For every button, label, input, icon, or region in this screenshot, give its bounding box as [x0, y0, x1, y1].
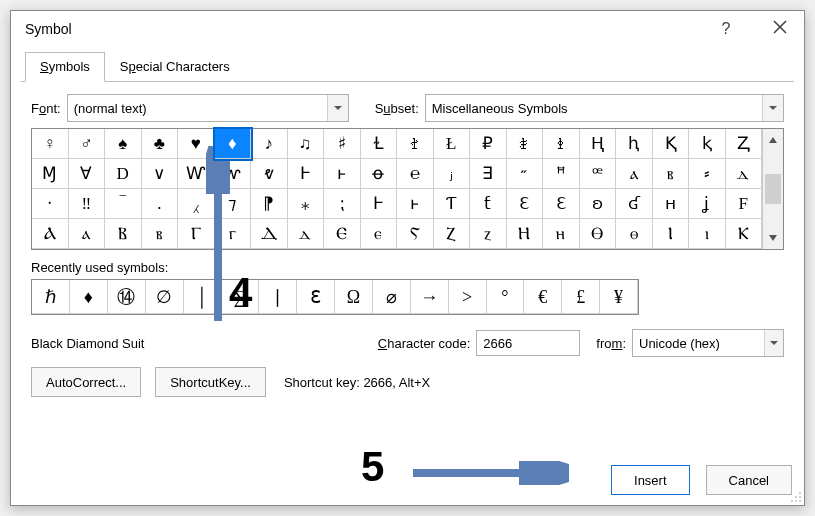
symbol-cell[interactable]: ƭ [470, 189, 507, 219]
symbol-cell[interactable]: ℮ [397, 159, 434, 189]
symbol-cell[interactable]: ⱨ [616, 129, 653, 159]
symbol-cell[interactable]: Ⲅ [178, 219, 215, 249]
symbol-cell[interactable]: ⸗ [689, 159, 726, 189]
symbol-cell[interactable]: ⲉ [361, 219, 398, 249]
recent-symbol-cell[interactable]: ° [487, 280, 525, 314]
symbol-cell[interactable]: ♪ [251, 129, 288, 159]
symbol-cell[interactable]: ⱳ [215, 159, 252, 189]
symbol-cell[interactable]: ⲁ [616, 159, 653, 189]
symbol-cell[interactable]: ʛ [616, 189, 653, 219]
symbol-cell[interactable]: ⲅ [215, 219, 252, 249]
symbol-cell[interactable]: ⲏ [543, 219, 580, 249]
recent-symbol-cell[interactable]: ⑭ [108, 280, 146, 314]
chevron-down-icon[interactable] [762, 95, 783, 121]
symbol-cell[interactable]: ♀ [32, 129, 69, 159]
help-button[interactable]: ? [710, 15, 742, 43]
symbol-cell[interactable]: ⁊ [215, 189, 252, 219]
symbol-cell[interactable]: Ⲍ [434, 219, 471, 249]
symbol-cell[interactable]: ⱶ [397, 189, 434, 219]
symbol-cell[interactable]: Ⲑ [580, 219, 617, 249]
symbol-cell[interactable]: ∨ [142, 159, 179, 189]
symbol-cell[interactable]: ⲃ [142, 219, 179, 249]
recent-symbol-cell[interactable]: € [524, 280, 562, 314]
tab-special-characters[interactable]: Special Characters [105, 52, 245, 82]
symbol-cell[interactable]: ‾ [105, 189, 142, 219]
symbol-cell[interactable]: Ⱳ [178, 159, 215, 189]
shortcut-key-button[interactable]: Shortcut Key... [155, 367, 266, 397]
autocorrect-button[interactable]: AutoCorrect... [31, 367, 141, 397]
symbol-cell[interactable]: ⱶ [324, 159, 361, 189]
recent-symbol-cell[interactable]: > [449, 280, 487, 314]
recent-symbol-cell[interactable]: │ [184, 280, 222, 314]
symbol-cell[interactable]: ⱴ [251, 159, 288, 189]
symbol-cell[interactable]: F [726, 189, 763, 219]
symbol-cell[interactable]: Ⲉ [324, 219, 361, 249]
symbol-cell[interactable]: . [142, 189, 179, 219]
insert-button[interactable]: Insert [611, 465, 690, 495]
symbol-cell[interactable]: ♯ [324, 129, 361, 159]
symbol-cell[interactable]: ♫ [288, 129, 325, 159]
resize-grip-icon[interactable] [788, 489, 802, 503]
symbol-cell[interactable]: ꬸ [507, 129, 544, 159]
symbol-cell[interactable]: ♠ [105, 129, 142, 159]
scroll-up-icon[interactable] [763, 129, 783, 151]
recent-symbol-cell[interactable]: Ω [335, 280, 373, 314]
symbol-cell[interactable]: Ⱪ [653, 129, 690, 159]
recent-symbol-cell[interactable]: ℏ [32, 280, 70, 314]
charcode-input[interactable] [476, 330, 580, 356]
symbol-cell[interactable]: ⲁ [69, 219, 106, 249]
symbol-cell[interactable]: Ⱶ [361, 189, 398, 219]
symbol-cell[interactable]: ‧ [32, 189, 69, 219]
symbol-cell[interactable]: ꟹ [580, 159, 617, 189]
symbol-cell[interactable]: ⲇ [726, 159, 763, 189]
symbol-cell[interactable]: Ⲃ [105, 219, 142, 249]
subset-combobox[interactable] [425, 94, 784, 122]
recent-symbol-cell[interactable]: Ɛ [297, 280, 335, 314]
from-input[interactable] [633, 331, 764, 355]
symbol-cell[interactable]: ⁋ [251, 189, 288, 219]
font-combobox[interactable] [67, 94, 349, 122]
font-input[interactable] [68, 96, 328, 120]
symbol-cell[interactable]: Ⱬ [726, 129, 763, 159]
symbol-cell[interactable]: Ⱨ [580, 129, 617, 159]
symbol-cell[interactable]: Ł [434, 129, 471, 159]
chevron-down-icon[interactable] [327, 95, 347, 121]
symbol-cell[interactable]: ♂ [69, 129, 106, 159]
symbol-cell[interactable]: ⱼ [434, 159, 471, 189]
symbol-cell[interactable]: Ⲓ [653, 219, 690, 249]
recent-symbol-cell[interactable]: £ [562, 280, 600, 314]
symbol-cell[interactable]: ⲓ [689, 219, 726, 249]
symbol-cell[interactable]: Ɱ [32, 159, 69, 189]
symbol-cell[interactable]: ♣ [142, 129, 179, 159]
from-combobox[interactable] [632, 329, 784, 357]
symbol-cell[interactable]: ‼ [69, 189, 106, 219]
symbol-cell[interactable]: ⁏ [324, 189, 361, 219]
recent-symbol-cell[interactable]: ⌀ [373, 280, 411, 314]
recent-symbol-cell[interactable]: ∑ [221, 280, 259, 314]
symbol-cell[interactable]: ♦ [215, 129, 252, 159]
recent-symbol-cell[interactable]: ∅ [146, 280, 184, 314]
symbol-cell[interactable]: ˶ [507, 159, 544, 189]
symbol-cell[interactable]: ʜ [653, 189, 690, 219]
symbol-cell[interactable]: ∀ [69, 159, 106, 189]
symbol-cell[interactable]: ₽ [470, 129, 507, 159]
symbol-cell[interactable]: Ɛ [507, 189, 544, 219]
recent-symbol-cell[interactable]: ∣ [259, 280, 297, 314]
scroll-thumb[interactable] [765, 174, 781, 204]
symbol-cell[interactable]: Ⲇ [251, 219, 288, 249]
close-button[interactable] [764, 15, 796, 43]
cancel-button[interactable]: Cancel [706, 465, 792, 495]
symbol-cell[interactable]: ∃ [470, 159, 507, 189]
symbol-cell[interactable]: ʚ [580, 189, 617, 219]
recent-symbol-cell[interactable]: ♦ [70, 280, 108, 314]
recent-symbol-cell[interactable]: ¥ [600, 280, 638, 314]
symbol-cell[interactable]: ⲑ [616, 219, 653, 249]
symbol-cell[interactable]: ꬹ [543, 129, 580, 159]
symbol-grid-scrollbar[interactable] [762, 129, 783, 249]
tab-symbols[interactable]: Symbols [25, 52, 105, 82]
symbol-cell[interactable]: ⁎ [288, 189, 325, 219]
symbol-cell[interactable]: ⱪ [689, 129, 726, 159]
symbol-cell[interactable]: Ɛ [543, 189, 580, 219]
symbol-cell[interactable]: Ƭ [434, 189, 471, 219]
symbol-cell[interactable]: Ⲕ [726, 219, 763, 249]
